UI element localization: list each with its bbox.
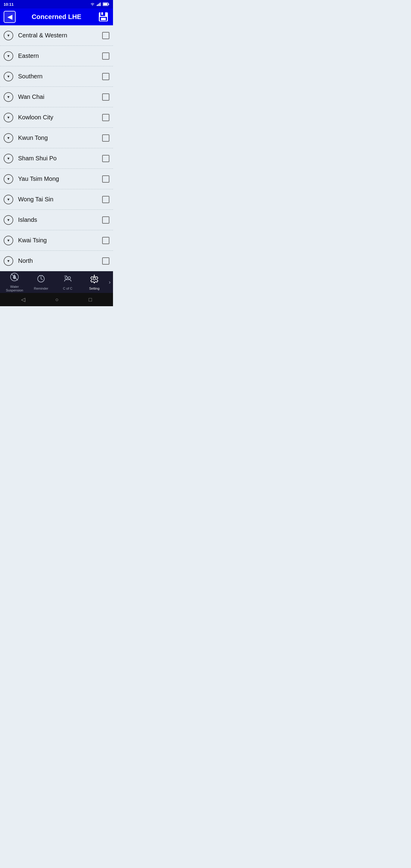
list-item[interactable]: ▼ Yau Tsim Mong [0, 169, 113, 189]
list-container: ▼ Central & Western ▼ Eastern ▼ Southern… [0, 25, 113, 271]
dropdown-arrow-icon: ▼ [7, 136, 10, 140]
android-recent-button[interactable]: □ [84, 295, 97, 305]
svg-line-16 [41, 279, 42, 280]
nav-item-c-of-c[interactable]: C of C [55, 272, 81, 293]
item-checkbox[interactable] [102, 53, 109, 60]
svg-rect-2 [99, 3, 100, 6]
item-label: Wong Tai Sin [18, 196, 102, 203]
nav-item-setting[interactable]: Setting [81, 272, 107, 293]
nav-label-setting: Setting [89, 287, 99, 290]
item-checkbox[interactable] [102, 93, 109, 101]
dropdown-button[interactable]: ▼ [4, 236, 13, 245]
dropdown-button[interactable]: ▼ [4, 154, 13, 163]
page-title: Concerned LHE [16, 13, 97, 21]
item-checkbox[interactable] [102, 257, 109, 265]
item-checkbox[interactable] [102, 32, 109, 39]
save-button[interactable] [97, 11, 109, 23]
item-label: Southern [18, 73, 102, 80]
setting-icon [90, 274, 99, 283]
dropdown-arrow-icon: ▼ [7, 239, 10, 242]
list-item[interactable]: ▼ Kowloon City [0, 107, 113, 128]
list-item[interactable]: ▼ Wan Chai [0, 87, 113, 107]
dropdown-arrow-icon: ▼ [7, 198, 10, 201]
dropdown-button[interactable]: ▼ [4, 113, 13, 122]
c-of-c-icon [63, 274, 72, 285]
svg-point-20 [68, 277, 70, 279]
nav-item-reminder[interactable]: Reminder [28, 272, 54, 293]
dropdown-button[interactable]: ▼ [4, 256, 13, 266]
svg-rect-5 [108, 4, 109, 5]
battery-icon [103, 2, 109, 6]
list-item[interactable]: ▼ Islands [0, 210, 113, 230]
item-label: Eastern [18, 53, 102, 59]
dropdown-arrow-icon: ▼ [7, 34, 10, 37]
c-of-c-icon [63, 274, 72, 283]
list-item[interactable]: ▼ Wong Tai Sin [0, 189, 113, 210]
nav-label-c-of-c: C of C [63, 287, 72, 290]
item-checkbox[interactable] [102, 114, 109, 121]
dropdown-button[interactable]: ▼ [4, 31, 13, 40]
dropdown-button[interactable]: ▼ [4, 51, 13, 61]
item-checkbox[interactable] [102, 155, 109, 162]
dropdown-button[interactable]: ▼ [4, 133, 13, 143]
list-item[interactable]: ▼ North [0, 251, 113, 271]
list-item[interactable]: ▼ Eastern [0, 46, 113, 66]
list-item[interactable]: ▼ Central & Western [0, 25, 113, 46]
item-label: Kowloon City [18, 114, 102, 121]
list-item[interactable]: ▼ Southern [0, 66, 113, 87]
svg-point-21 [93, 278, 96, 280]
item-label: Central & Western [18, 32, 102, 39]
list-item[interactable]: ▼ Sham Shui Po [0, 148, 113, 169]
item-checkbox[interactable] [102, 176, 109, 183]
back-button[interactable]: ◀ [4, 11, 16, 23]
svg-rect-3 [100, 3, 101, 6]
nav-label-reminder: Reminder [34, 287, 49, 290]
svg-rect-11 [101, 18, 106, 20]
svg-rect-1 [98, 4, 99, 6]
item-checkbox[interactable] [102, 196, 109, 203]
dropdown-button[interactable]: ▼ [4, 92, 13, 102]
android-nav-bar: ◁ ○ □ [0, 293, 113, 306]
svg-rect-0 [97, 5, 98, 6]
item-label: North [18, 257, 102, 264]
list-item[interactable]: ▼ Kwai Tsing [0, 230, 113, 251]
dropdown-arrow-icon: ▼ [7, 54, 10, 58]
water-suspension-icon [10, 273, 19, 281]
dropdown-button[interactable]: ▼ [4, 174, 13, 184]
signal-icon [96, 2, 101, 6]
android-home-button[interactable]: ○ [51, 295, 64, 305]
nav-chevron-icon[interactable]: › [107, 279, 112, 285]
svg-point-19 [65, 277, 67, 279]
save-icon [98, 12, 108, 22]
svg-rect-6 [103, 3, 107, 5]
list-item[interactable]: ▼ Kwun Tong [0, 128, 113, 148]
item-checkbox[interactable] [102, 216, 109, 224]
dropdown-arrow-icon: ▼ [7, 75, 10, 79]
item-label: Wan Chai [18, 93, 102, 100]
dropdown-arrow-icon: ▼ [7, 116, 10, 119]
item-label: Islands [18, 216, 102, 223]
dropdown-button[interactable]: ▼ [4, 215, 13, 225]
wifi-icon [90, 2, 95, 6]
setting-icon [90, 274, 99, 285]
bottom-nav: Water Suspension Reminder C of C [0, 271, 113, 293]
item-checkbox[interactable] [102, 237, 109, 244]
dropdown-arrow-icon: ▼ [7, 177, 10, 181]
water-suspension-icon [10, 273, 19, 284]
dropdown-arrow-icon: ▼ [7, 218, 10, 222]
item-checkbox[interactable] [102, 134, 109, 142]
svg-rect-9 [101, 12, 103, 15]
dropdown-arrow-icon: ▼ [7, 259, 10, 263]
status-icons [90, 2, 109, 6]
dropdown-button[interactable]: ▼ [4, 195, 13, 204]
status-time: 10:11 [4, 2, 13, 7]
item-label: Kwai Tsing [18, 237, 102, 244]
dropdown-arrow-icon: ▼ [7, 157, 10, 160]
item-label: Yau Tsim Mong [18, 176, 102, 182]
reminder-icon [36, 274, 45, 283]
dropdown-button[interactable]: ▼ [4, 72, 13, 82]
header: ◀ Concerned LHE [0, 8, 113, 25]
item-checkbox[interactable] [102, 73, 109, 80]
android-back-button[interactable]: ◁ [16, 294, 30, 305]
nav-item-water-suspension[interactable]: Water Suspension [1, 270, 28, 294]
